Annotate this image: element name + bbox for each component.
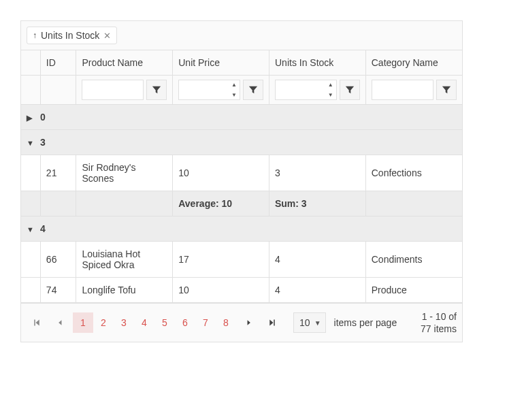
filter-expand [21,76,40,105]
group-row[interactable]: ▶0 [21,105,462,130]
table-row[interactable]: 74Longlife Tofu104Produce [21,278,462,303]
page-number[interactable]: 6 [175,312,195,333]
cell-product-name: Longlife Tofu [76,278,173,303]
group-row[interactable]: ▼3 [21,130,462,155]
cell-id: 74 [40,278,76,303]
group-panel: ↑ Units In Stock ✕ [21,21,462,50]
filter-icon [442,85,451,95]
filter-unit-price: ▲ ▼ [173,76,269,105]
chevron-right-icon [246,319,252,326]
cell-unit-price: 10 [173,278,269,303]
page-size-select[interactable]: 10 ▼ [293,312,326,333]
filter-id [40,76,76,105]
header-product-name[interactable]: Product Name [76,50,173,76]
filter-icon [152,85,161,95]
seek-first-icon [33,319,41,327]
first-page-button[interactable] [27,312,47,333]
expand-cell [21,242,40,278]
seek-last-icon [268,319,276,327]
filter-icon [248,85,258,95]
cell-units-in-stock: 4 [269,242,365,278]
grid-table: ID Product Name Unit Price Units In Stoc… [21,50,462,303]
group-value: 4 [40,223,46,234]
cell-id: 21 [40,155,76,191]
close-icon[interactable]: ✕ [103,31,111,41]
cell-category: Confections [365,155,462,191]
filter-units-in-stock: ▲ ▼ [269,76,365,105]
pager: 12345678 10 ▼ items per page 1 - 10 of 7… [21,303,462,342]
filter-category [365,76,462,105]
page-number[interactable]: 2 [93,312,114,333]
chevron-down-icon[interactable]: ▼ [27,225,36,233]
group-value: 3 [40,137,46,148]
decrement-icon[interactable]: ▼ [325,90,337,100]
chevron-down-icon[interactable]: ▼ [27,139,36,147]
sort-asc-icon: ↑ [33,31,37,40]
product-name-filter-input[interactable] [82,80,144,100]
page-size-value: 10 [299,317,310,328]
cell-unit-price: 17 [173,242,269,278]
page-number[interactable]: 7 [195,312,216,333]
group-chip[interactable]: ↑ Units In Stock ✕ [27,27,117,44]
increment-icon[interactable]: ▲ [228,80,240,90]
data-grid: ↑ Units In Stock ✕ ID Product Name Unit … [20,20,463,342]
filter-button[interactable] [340,80,360,100]
filter-button[interactable] [436,80,457,100]
chevron-down-icon: ▼ [314,319,321,327]
prev-page-button[interactable] [50,312,70,333]
aggregate-stock: Sum: 3 [269,191,365,216]
cell-units-in-stock: 3 [269,155,365,191]
cell-id: 66 [40,242,76,278]
table-row[interactable]: 21Sir Rodney's Scones103Confections [21,155,462,191]
page-number[interactable]: 4 [134,312,154,333]
filter-icon [345,85,355,95]
page-number[interactable]: 5 [154,312,175,333]
header-category[interactable]: Category Name [365,50,462,76]
header-expand [21,50,40,76]
pager-info: 1 - 10 of 77 items [416,310,457,335]
header-id[interactable]: ID [40,50,76,76]
cell-product-name: Louisiana Hot Spiced Okra [76,242,173,278]
page-number[interactable]: 8 [216,312,236,333]
table-row[interactable]: 66Louisiana Hot Spiced Okra174Condiments [21,242,462,278]
group-value: 0 [40,112,46,123]
decrement-icon[interactable]: ▼ [228,90,240,100]
chevron-left-icon [56,319,63,326]
filter-button[interactable] [243,80,263,100]
cell-product-name: Sir Rodney's Scones [76,155,173,191]
increment-icon[interactable]: ▲ [325,80,337,90]
header-unit-price[interactable]: Unit Price [173,50,269,76]
cell-category: Condiments [365,242,462,278]
filter-product-name [76,76,173,105]
cell-category: Produce [365,278,462,303]
cell-unit-price: 10 [173,155,269,191]
aggregate-price: Average: 10 [173,191,269,216]
expand-cell [21,155,40,191]
page-number[interactable]: 3 [114,312,134,333]
chevron-right-icon[interactable]: ▶ [27,114,36,123]
last-page-button[interactable] [262,312,282,333]
category-filter-input[interactable] [372,80,433,100]
expand-cell [21,278,40,303]
page-number[interactable]: 1 [73,312,93,333]
header-row: ID Product Name Unit Price Units In Stoc… [21,50,462,76]
group-chip-label: Units In Stock [41,30,99,41]
pager-label: items per page [334,317,397,328]
group-row[interactable]: ▼4 [21,216,462,242]
cell-units-in-stock: 4 [269,278,365,303]
header-units-in-stock[interactable]: Units In Stock [269,50,365,76]
next-page-button[interactable] [239,312,259,333]
filter-button[interactable] [146,80,167,100]
filter-row: ▲ ▼ ▲ [21,76,462,105]
aggregate-row: Average: 10Sum: 3 [21,191,462,216]
